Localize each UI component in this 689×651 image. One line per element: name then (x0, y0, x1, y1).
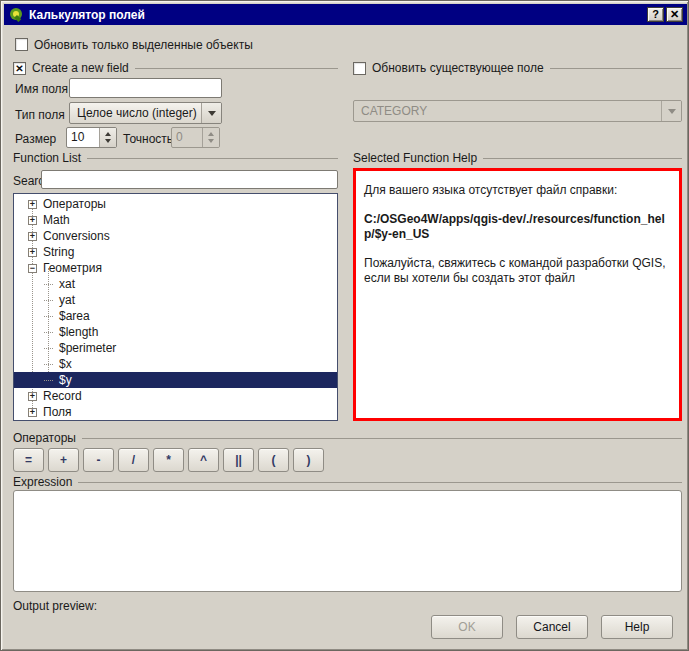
selected-function-help-group-header: Selected Function Help (353, 151, 682, 165)
spin-down-icon (208, 139, 214, 143)
operator-button-minus[interactable]: - (83, 448, 114, 472)
tree-item--y[interactable]: $y (14, 372, 337, 388)
operator-button-open-paren[interactable]: ( (258, 448, 289, 472)
tree-item-yat[interactable]: yat (14, 292, 337, 308)
tree-connector (44, 316, 53, 317)
selected-function-help-title: Selected Function Help (353, 151, 477, 165)
tree-item-label: Поля (43, 405, 72, 419)
spin-up-icon[interactable] (105, 132, 111, 136)
size-spinner[interactable]: 10 (66, 127, 117, 148)
help-button[interactable]: Help (601, 615, 673, 639)
expand-plus-icon[interactable]: + (28, 408, 37, 417)
operator-button-multiply[interactable]: * (153, 448, 184, 472)
tree-item-операторы[interactable]: +Операторы (14, 196, 337, 212)
tree-connector (44, 300, 53, 301)
field-calculator-dialog: Калькулятор полей ? ✕ Обновить только вы… (0, 0, 689, 651)
field-name-input[interactable] (69, 78, 222, 98)
help-text-path: C:/OSGeo4W/apps/qgis-dev/./resources/fun… (364, 212, 671, 242)
operator-button-divide[interactable]: / (118, 448, 149, 472)
spin-down-icon[interactable] (105, 139, 111, 143)
tree-item-math[interactable]: +Math (14, 212, 337, 228)
tree-item-xat[interactable]: xat (14, 276, 337, 292)
expression-title: Expression (13, 475, 72, 489)
update-existing-group-header: Обновить существующее поле (353, 61, 682, 75)
tree-item--x[interactable]: $x (14, 356, 337, 372)
precision-value: 0 (172, 128, 202, 147)
operator-button-power[interactable]: ^ (188, 448, 219, 472)
titlebar-help-button[interactable]: ? (647, 7, 664, 22)
tree-item-label: $y (59, 373, 72, 387)
operator-buttons-row: =+-/*^||() (13, 448, 413, 472)
tree-item--perimeter[interactable]: $perimeter (14, 340, 337, 356)
expand-plus-icon[interactable]: + (28, 232, 37, 241)
create-new-field-group-header: ✕ Create a new field (13, 61, 338, 75)
operator-button-plus[interactable]: + (48, 448, 79, 472)
expression-group-header: Expression (13, 475, 682, 489)
collapse-minus-icon[interactable]: − (28, 264, 37, 273)
tree-item-label: String (43, 245, 74, 259)
precision-label: Точность (123, 132, 173, 146)
tree-item-conversions[interactable]: +Conversions (14, 228, 337, 244)
tree-item-геометрия[interactable]: −Геометрия (14, 260, 337, 276)
update-existing-label: Обновить существующее поле (372, 61, 544, 75)
ok-button[interactable]: OK (431, 615, 503, 639)
expand-plus-icon[interactable]: + (28, 200, 37, 209)
operator-button-close-paren[interactable]: ) (293, 448, 324, 472)
output-preview-label: Output preview: (13, 599, 97, 613)
tree-connector (44, 380, 53, 381)
expand-plus-icon[interactable]: + (28, 248, 37, 257)
expression-textarea[interactable] (13, 490, 682, 592)
window-title: Калькулятор полей (29, 8, 647, 22)
expand-plus-icon[interactable]: + (28, 216, 37, 225)
tree-item-label: Math (43, 213, 70, 227)
tree-item--area[interactable]: $area (14, 308, 337, 324)
field-size-label: Размер (15, 132, 56, 146)
existing-field-value: CATEGORY (354, 104, 661, 118)
group-divider (82, 438, 682, 439)
tree-connector (44, 284, 53, 285)
field-type-label: Тип поля (15, 108, 65, 122)
function-tree[interactable]: +Операторы+Math+Conversions+String−Геоме… (13, 193, 338, 421)
precision-spinner[interactable]: 0 (171, 127, 220, 148)
dropdown-arrow-icon[interactable] (201, 103, 221, 123)
spin-up-icon (208, 132, 214, 136)
size-value: 10 (67, 128, 99, 147)
function-help-panel: Для вашего языка отсутствует файл справк… (353, 168, 682, 421)
tree-connector (44, 364, 53, 365)
tree-item-label: Операторы (43, 197, 106, 211)
help-text-line2: Пожалуйста, свяжитесь с командой разрабо… (364, 256, 671, 286)
field-type-select[interactable]: Целое число (integer) (69, 102, 222, 124)
existing-field-select[interactable]: CATEGORY (353, 100, 682, 122)
titlebar-close-icon[interactable]: ✕ (666, 7, 683, 22)
update-existing-checkbox[interactable] (353, 62, 366, 75)
search-input[interactable] (41, 170, 338, 189)
tree-item-label: Conversions (43, 229, 110, 243)
function-list-title: Function List (13, 151, 81, 165)
cancel-button[interactable]: Cancel (516, 615, 588, 639)
tree-item-string[interactable]: +String (14, 244, 337, 260)
create-new-field-checkbox[interactable]: ✕ (13, 62, 26, 75)
titlebar[interactable]: Калькулятор полей ? ✕ (4, 4, 687, 25)
function-list-group-header: Function List (13, 151, 338, 165)
update-only-selected-label: Обновить только выделенные объекты (34, 38, 253, 52)
tree-connector (44, 332, 53, 333)
qgis-icon (9, 7, 24, 22)
tree-item-label: $perimeter (59, 341, 116, 355)
group-divider (135, 68, 338, 69)
tree-item--length[interactable]: $length (14, 324, 337, 340)
operator-button-concat[interactable]: || (223, 448, 254, 472)
tree-item-label: Геометрия (43, 261, 102, 275)
group-divider (87, 158, 338, 159)
tree-item-label: $length (59, 325, 98, 339)
expand-plus-icon[interactable]: + (28, 392, 37, 401)
operators-title: Операторы (13, 431, 76, 445)
operator-button-equals[interactable]: = (13, 448, 44, 472)
dropdown-arrow-icon (661, 101, 681, 121)
tree-item-label: xat (59, 277, 75, 291)
tree-item-поля[interactable]: +Поля (14, 404, 337, 420)
update-only-selected-checkbox[interactable] (15, 38, 28, 51)
field-name-label: Имя поля (15, 82, 68, 96)
help-text-line1: Для вашего языка отсутствует файл справк… (364, 183, 671, 198)
tree-item-label: $area (59, 309, 90, 323)
tree-item-record[interactable]: +Record (14, 388, 337, 404)
